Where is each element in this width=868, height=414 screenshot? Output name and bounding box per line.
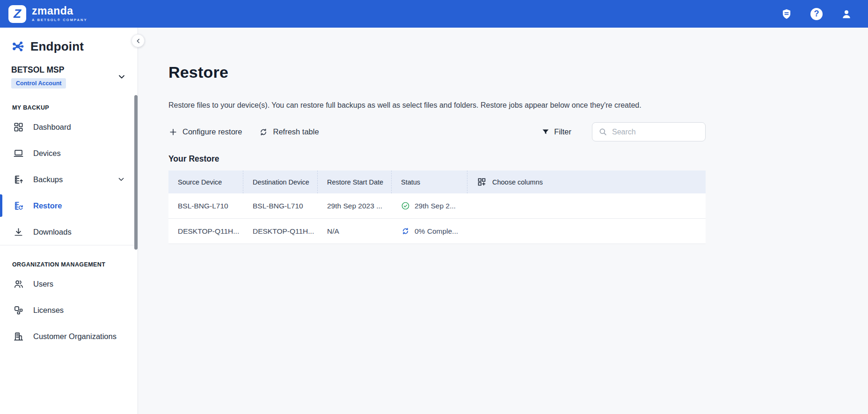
plus-icon xyxy=(168,127,178,137)
zmanda-logo-icon: Z xyxy=(8,5,26,23)
sidebar-item-users[interactable]: Users xyxy=(0,271,138,297)
section-organization-management: ORGANIZATION MANAGEMENT xyxy=(12,261,125,268)
zmanda-logo-letter: Z xyxy=(14,7,21,21)
success-icon xyxy=(401,201,410,210)
progress-icon xyxy=(401,227,410,236)
search-box[interactable] xyxy=(592,122,706,141)
zmanda-logo[interactable]: Z zmanda A BETSOL® COMPANY xyxy=(8,5,88,23)
backups-icon xyxy=(13,174,24,185)
downloads-icon xyxy=(13,227,24,237)
sidebar-item-label: Backups xyxy=(33,175,108,184)
announcements-icon[interactable] xyxy=(780,7,793,21)
product-brand: Endpoint xyxy=(0,36,138,57)
status-text: 29th Sep 2... xyxy=(415,202,456,210)
chevron-left-icon xyxy=(135,38,141,44)
cell-status: 0% Comple... xyxy=(392,219,467,244)
endpoint-logo-icon xyxy=(11,39,25,53)
table-row[interactable]: DESKTOP-Q11H... DESKTOP-Q11H... N/A 0% C… xyxy=(168,219,706,244)
cell-destination-device: BSL-BNG-L710 xyxy=(243,193,318,218)
status-text: 0% Comple... xyxy=(415,227,458,236)
sidebar-item-label: Licenses xyxy=(33,306,125,315)
sidebar-item-restore[interactable]: Restore xyxy=(0,192,138,219)
toolbar: Configure restore Refresh table Filter xyxy=(168,122,706,141)
account-icon[interactable] xyxy=(840,7,853,21)
devices-icon xyxy=(13,148,24,159)
refresh-icon xyxy=(259,127,268,137)
licenses-icon xyxy=(13,305,24,316)
sidebar-item-label: Dashboard xyxy=(33,123,125,132)
app-shell: Endpoint BETSOL MSP Control Account MY B… xyxy=(0,28,868,414)
configure-restore-button[interactable]: Configure restore xyxy=(168,127,242,137)
sidebar: Endpoint BETSOL MSP Control Account MY B… xyxy=(0,28,138,414)
sidebar-item-label: Customer Organizations xyxy=(33,332,125,341)
cell-source-device: BSL-BNG-L710 xyxy=(168,193,243,218)
column-header-restore-start-date: Restore Start Date xyxy=(318,170,392,193)
column-header-destination-device: Destination Device xyxy=(243,170,318,193)
org-switcher[interactable]: BETSOL MSP Control Account xyxy=(11,65,126,89)
sidebar-collapse-button[interactable] xyxy=(131,34,145,47)
sidebar-item-backups[interactable]: Backups xyxy=(0,166,138,192)
filter-label: Filter xyxy=(554,127,571,136)
cell-empty xyxy=(467,219,706,244)
cell-source-device: DESKTOP-Q11H... xyxy=(168,219,243,244)
filter-icon xyxy=(541,128,550,136)
cell-restore-start-date: N/A xyxy=(318,219,392,244)
sidebar-item-label: Restore xyxy=(33,201,125,210)
sidebar-item-licenses[interactable]: Licenses xyxy=(0,297,138,323)
search-icon xyxy=(598,127,607,136)
sidebar-item-label: Devices xyxy=(33,149,125,158)
chevron-down-icon[interactable] xyxy=(117,175,125,184)
users-icon xyxy=(13,279,24,289)
choose-columns-button[interactable]: Choose columns xyxy=(467,177,543,187)
cell-destination-device: DESKTOP-Q11H... xyxy=(243,219,318,244)
help-glyph: ? xyxy=(814,9,819,19)
sidebar-item-downloads[interactable]: Downloads xyxy=(0,219,138,245)
cell-empty xyxy=(467,193,706,218)
main-content: Restore Restore files to your device(s).… xyxy=(138,28,868,414)
cell-status: 29th Sep 2... xyxy=(392,193,467,218)
section-my-backup: MY BACKUP xyxy=(12,104,125,111)
topbar-actions: ? xyxy=(780,7,853,21)
choose-columns-label: Choose columns xyxy=(492,178,543,186)
brand-name: zmanda xyxy=(32,6,88,16)
sidebar-item-label: Users xyxy=(33,280,125,288)
refresh-table-label: Refresh table xyxy=(273,127,319,136)
sidebar-item-customer-organizations[interactable]: Customer Organizations xyxy=(0,323,138,349)
sidebar-divider xyxy=(0,245,138,245)
cell-restore-start-date: 29th Sep 2023 ... xyxy=(318,193,392,218)
brand-tagline: A BETSOL® COMPANY xyxy=(32,18,88,22)
sidebar-item-label: Downloads xyxy=(33,228,125,237)
filter-button[interactable]: Filter xyxy=(541,127,571,136)
configure-restore-label: Configure restore xyxy=(182,127,242,136)
product-name: Endpoint xyxy=(30,39,84,54)
search-input[interactable] xyxy=(612,128,700,136)
chevron-down-icon[interactable] xyxy=(117,72,126,81)
column-header-choose: Choose columns xyxy=(467,170,706,193)
table-row[interactable]: BSL-BNG-L710 BSL-BNG-L710 29th Sep 2023 … xyxy=(168,193,706,219)
column-header-status: Status xyxy=(392,170,467,193)
org-info: BETSOL MSP Control Account xyxy=(11,65,66,89)
column-header-source-device: Source Device xyxy=(168,170,243,193)
refresh-table-button[interactable]: Refresh table xyxy=(259,127,319,137)
sidebar-item-dashboard[interactable]: Dashboard xyxy=(0,114,138,140)
page-title: Restore xyxy=(168,63,706,81)
org-name: BETSOL MSP xyxy=(11,65,66,75)
brand-text: zmanda A BETSOL® COMPANY xyxy=(32,6,88,22)
dashboard-icon xyxy=(13,122,24,133)
table-section-title: Your Restore xyxy=(168,154,706,164)
restore-table: Source Device Destination Device Restore… xyxy=(168,170,706,244)
help-icon[interactable]: ? xyxy=(810,7,823,21)
sidebar-scrollbar[interactable] xyxy=(134,95,138,250)
choose-columns-icon xyxy=(477,177,487,187)
org-badge: Control Account xyxy=(11,78,66,89)
table-header: Source Device Destination Device Restore… xyxy=(168,170,706,193)
topbar: Z zmanda A BETSOL® COMPANY ? xyxy=(0,0,868,28)
page-description: Restore files to your device(s). You can… xyxy=(168,101,706,110)
toolbar-right: Filter xyxy=(541,122,706,141)
organizations-icon xyxy=(13,331,24,342)
restore-icon xyxy=(13,200,24,211)
sidebar-item-devices[interactable]: Devices xyxy=(0,140,138,166)
